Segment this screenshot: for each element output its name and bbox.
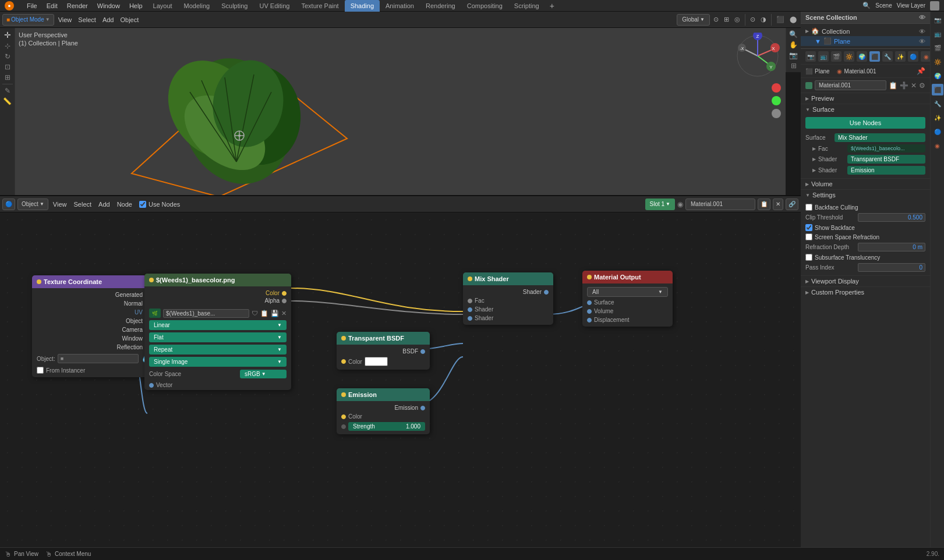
eye-icon-plane[interactable]: 👁 [919,38,925,45]
viewport-mode-btn[interactable]: ■ Object Mode ▼ [2,14,54,26]
linear-dropdown[interactable]: Linear▼ [149,320,287,330]
prop-icon-physics[interactable]: 🔵 [908,51,918,62]
eye-icon-collection[interactable]: 👁 [919,28,925,35]
sidebar-scene-icon[interactable]: 🔆 [932,56,943,68]
node-view-menu[interactable]: View [51,201,69,208]
strength-field[interactable]: Strength 1.000 [348,422,425,431]
preview-header[interactable]: ▶ Preview [801,93,930,104]
single-image-dropdown[interactable]: Single Image▼ [149,357,287,367]
add-workspace-btn[interactable]: + [545,0,559,12]
workspace-tab-shading[interactable]: Shading [345,0,380,12]
sidebar-physics-icon[interactable]: 🔵 [932,126,943,137]
viewport-object-menu[interactable]: Object [118,16,141,23]
show-backface-check[interactable] [805,224,812,231]
backface-culling-check[interactable] [805,204,812,211]
node-object-mode[interactable]: Object▼ [17,199,48,210]
sidebar-render-icon[interactable]: 📷 [932,14,943,26]
scale-icon[interactable]: ⊡ [5,63,10,71]
viewport-display-header[interactable]: ▶ Viewport Display [801,276,930,286]
pin-material-btn[interactable]: ✕ [773,199,783,210]
prop-icon-modifier[interactable]: 🔧 [882,51,893,62]
shader2-field[interactable]: Emission [847,166,925,175]
sidebar-viewlayer-icon[interactable]: 🎬 [932,42,943,54]
sidebar-output-icon[interactable]: 📺 [932,28,943,40]
prop-icon-render[interactable]: 📷 [805,51,816,62]
mat-new-btn[interactable]: ➕ [900,81,908,90]
move-icon[interactable]: ⊹ [5,42,10,50]
shader1-field[interactable]: Transparent BSDF [847,155,925,164]
workspace-tab-layout[interactable]: Layout [147,0,178,12]
pass-index-field[interactable]: 0 [858,263,925,272]
volume-header[interactable]: ▶ Volume [801,179,930,189]
tree-item-plane[interactable]: ▼ ⬛ Plane 👁 [801,36,930,46]
img-save-icon[interactable]: 💾 [271,310,279,317]
nav-gizmo[interactable]: X -X Y Z [734,33,781,79]
workspace-tab-animation[interactable]: Animation [380,0,420,12]
rotate-icon[interactable]: ↻ [5,52,10,61]
node-select-menu[interactable]: Select [71,201,94,208]
fac-field[interactable]: $(Weeds1)_basecolo... [847,144,925,153]
prop-icon-particles[interactable]: ✨ [895,51,906,62]
refraction-depth-field[interactable]: 0 m [858,243,925,251]
mat-unlink-btn[interactable]: ✕ [911,81,917,90]
slot-dropdown[interactable]: Slot 1▼ [645,199,676,210]
sidebar-material-icon[interactable]: ◉ [932,140,943,151]
camera-icon[interactable]: 📷 [789,51,798,59]
tree-item-collection[interactable]: ▶ 🏠 Collection 👁 [801,26,930,36]
viewport-shading-solid[interactable]: ⬛ [775,16,786,23]
repeat-dropdown[interactable]: Repeat▼ [149,345,287,355]
use-nodes-btn[interactable]: Use Nodes [805,117,925,129]
object-field-box[interactable]: ■ [58,354,139,363]
workspace-tab-compositing[interactable]: Compositing [461,0,508,12]
prop-icon-world[interactable]: 🌍 [857,51,867,62]
workspace-tab-uv-editing[interactable]: UV Editing [253,0,295,12]
proportional-icon[interactable]: ◎ [733,16,742,23]
prop-icon-scene[interactable]: 🔆 [844,51,854,62]
texture-coord-node[interactable]: Texture Coordinate Generated Normal UV [32,275,154,377]
eye-collection-icon[interactable]: 👁 [919,14,925,21]
prop-icon-output[interactable]: 📺 [818,51,829,62]
workspace-tab-modeling[interactable]: Modeling [178,0,216,12]
overlay-icon[interactable]: ⊙ [748,16,757,23]
menu-edit[interactable]: Edit [42,0,62,12]
viewport-view-menu[interactable]: View [56,16,75,23]
annotate-icon[interactable]: ✎ [5,87,10,95]
material-output-node[interactable]: Material Output All▼ Surface [582,271,673,327]
prop-icon-view[interactable]: 🎬 [831,51,842,62]
custom-props-header[interactable]: ▶ Custom Properties [801,287,930,297]
node-mode-icon[interactable]: 🔵 [2,199,15,210]
sidebar-modifier-icon[interactable]: 🔧 [932,98,943,109]
menu-window[interactable]: Window [93,0,125,12]
menu-render[interactable]: Render [62,0,93,12]
image-texture-node[interactable]: $(Weeds1)_basecolor.png Color Alpha [144,274,291,390]
workspace-tab-texture-paint[interactable]: Texture Paint [295,0,344,12]
orthographic-icon[interactable]: ⊞ [791,62,797,70]
measure-icon[interactable]: 📏 [3,97,12,105]
node-node-menu[interactable]: Node [115,201,135,208]
link-material-btn[interactable]: 🔗 [786,199,798,210]
surface-shader-field[interactable]: Mix Shader [835,133,925,142]
mat-browse-btn[interactable]: 📋 [889,81,897,90]
settings-header[interactable]: ▼ Settings [801,190,930,200]
matout-target-dropdown[interactable]: All▼ [587,287,668,297]
img-name-display[interactable]: $(Weeds1)_base... [163,309,249,318]
viewport-select-menu[interactable]: Select [76,16,98,23]
use-nodes-checkbox[interactable] [139,201,146,208]
zoom-icon[interactable]: 🔍 [789,30,798,38]
node-add-menu[interactable]: Add [96,201,112,208]
img-close-icon[interactable]: ✕ [281,310,287,317]
color-space-dropdown[interactable]: sRGB▼ [240,370,287,378]
sidebar-object-icon[interactable]: ⬛ [932,84,943,95]
sidebar-particles-icon[interactable]: ✨ [932,112,943,123]
pan-icon[interactable]: ✋ [789,41,798,49]
clip-threshold-field[interactable]: 0.500 [858,213,925,222]
menu-file[interactable]: File [22,0,42,12]
mat-options-btn[interactable]: ⚙ [919,81,925,90]
mat-name-field[interactable]: Material.001 [815,80,886,90]
material-name-dropdown[interactable]: Material.001 [685,199,755,210]
transform-icon[interactable]: ⊞ [5,73,10,81]
prop-icon-object[interactable]: ⬛ [869,51,880,62]
img-copy-icon[interactable]: 📋 [260,310,268,317]
emission-node[interactable]: Emission Emission Color [337,388,430,434]
viewport-shading-material[interactable]: ⬤ [788,16,798,23]
